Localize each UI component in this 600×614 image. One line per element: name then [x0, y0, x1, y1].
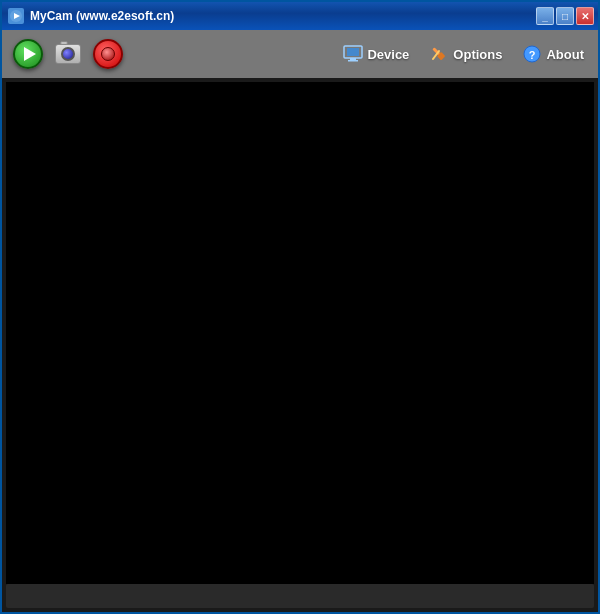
record-button[interactable]	[93, 39, 123, 69]
svg-rect-5	[348, 60, 358, 62]
main-window: MyCam (www.e2esoft.cn) _ □ ✕	[0, 0, 600, 614]
device-menu-item[interactable]: Device	[337, 41, 415, 67]
play-button[interactable]	[13, 39, 43, 69]
app-icon	[8, 8, 24, 24]
svg-rect-4	[350, 58, 356, 60]
camera-button-wrapper[interactable]	[50, 36, 86, 72]
about-label: About	[546, 47, 584, 62]
minimize-button[interactable]: _	[536, 7, 554, 25]
options-label: Options	[453, 47, 502, 62]
window-controls: _ □ ✕	[536, 7, 594, 25]
svg-rect-3	[347, 48, 359, 56]
record-button-inner	[101, 47, 115, 61]
camera-button[interactable]	[52, 38, 84, 70]
about-menu-item[interactable]: ? About	[516, 41, 590, 67]
device-icon	[343, 45, 363, 63]
record-button-wrapper[interactable]	[90, 36, 126, 72]
video-area	[6, 82, 594, 584]
window-title: MyCam (www.e2esoft.cn)	[30, 9, 174, 23]
toolbar-left	[10, 36, 333, 72]
about-icon: ?	[522, 45, 542, 63]
toolbar: Device Options	[2, 30, 598, 78]
title-bar-left: MyCam (www.e2esoft.cn)	[8, 8, 174, 24]
svg-text:?: ?	[529, 49, 536, 61]
close-button[interactable]: ✕	[576, 7, 594, 25]
options-menu-item[interactable]: Options	[423, 41, 508, 67]
camera-lens	[61, 47, 75, 61]
maximize-button[interactable]: □	[556, 7, 574, 25]
toolbar-right: Device Options	[337, 41, 590, 67]
status-bar	[6, 584, 594, 608]
camera-icon	[55, 44, 81, 64]
options-icon	[429, 45, 449, 63]
camera-flash	[60, 41, 68, 45]
title-bar: MyCam (www.e2esoft.cn) _ □ ✕	[2, 2, 598, 30]
main-content	[2, 78, 598, 612]
play-button-wrapper[interactable]	[10, 36, 46, 72]
device-label: Device	[367, 47, 409, 62]
